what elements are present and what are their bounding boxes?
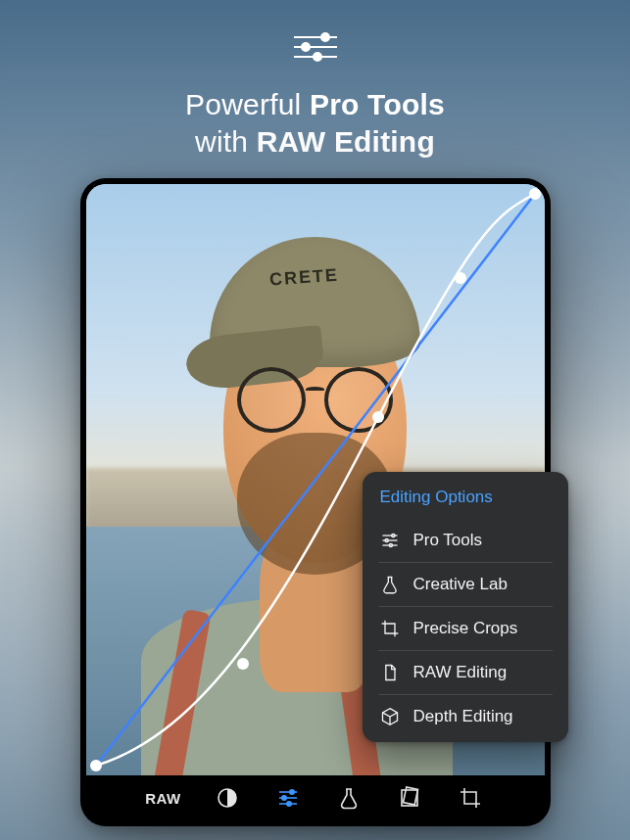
crop-icon bbox=[459, 786, 482, 810]
option-raw-editing[interactable]: RAW Editing bbox=[378, 650, 553, 694]
option-pro-tools[interactable]: Pro Tools bbox=[378, 519, 553, 562]
option-label: Creative Lab bbox=[413, 575, 508, 594]
sliders-icon bbox=[276, 786, 300, 810]
option-depth-editing[interactable]: Depth Editing bbox=[378, 694, 553, 738]
option-label: Precise Crops bbox=[413, 619, 518, 638]
editing-options-popover: Editing Options Pro Tools Creative Lab P… bbox=[363, 472, 568, 742]
headline-text: with bbox=[195, 125, 257, 158]
svg-point-9 bbox=[290, 790, 294, 794]
filters-button[interactable] bbox=[213, 783, 242, 813]
device-frame: CRETE RAW bbox=[80, 178, 551, 826]
headline: Powerful Pro Tools with RAW Editing bbox=[0, 86, 630, 160]
svg-point-13 bbox=[287, 802, 291, 806]
headline-bold: Pro Tools bbox=[310, 88, 445, 120]
curve-node[interactable] bbox=[372, 411, 384, 423]
curve-node[interactable] bbox=[237, 658, 249, 670]
svg-point-11 bbox=[282, 796, 286, 800]
option-label: Pro Tools bbox=[413, 531, 483, 550]
half-circle-icon bbox=[216, 786, 239, 810]
flask-icon bbox=[380, 575, 400, 594]
svg-point-3 bbox=[302, 43, 310, 51]
crop-button[interactable] bbox=[456, 783, 485, 813]
raw-label: RAW bbox=[145, 790, 181, 807]
transform-icon bbox=[398, 786, 421, 810]
svg-point-5 bbox=[314, 53, 321, 61]
flask-icon bbox=[337, 786, 361, 810]
option-precise-crops[interactable]: Precise Crops bbox=[378, 606, 553, 650]
marketing-header: Powerful Pro Tools with RAW Editing bbox=[0, 0, 630, 160]
option-label: RAW Editing bbox=[413, 663, 508, 682]
curve-node[interactable] bbox=[455, 272, 466, 284]
crop-icon bbox=[380, 619, 400, 638]
document-icon bbox=[380, 663, 400, 682]
option-label: Depth Editing bbox=[413, 707, 513, 726]
svg-point-1 bbox=[321, 33, 329, 41]
headline-bold: RAW Editing bbox=[257, 125, 435, 158]
adjust-sliders-button[interactable] bbox=[273, 783, 303, 813]
bottom-toolbar: RAW bbox=[86, 775, 545, 820]
sliders-icon bbox=[380, 531, 400, 550]
sliders-icon bbox=[288, 27, 343, 70]
curve-node[interactable] bbox=[90, 760, 102, 771]
raw-button[interactable]: RAW bbox=[145, 783, 181, 813]
popover-title: Editing Options bbox=[378, 484, 553, 519]
transform-button[interactable] bbox=[395, 783, 424, 813]
option-creative-lab[interactable]: Creative Lab bbox=[378, 562, 553, 606]
lab-button[interactable] bbox=[334, 783, 363, 813]
cube-icon bbox=[380, 707, 400, 726]
curve-node[interactable] bbox=[529, 188, 541, 200]
headline-text: Powerful bbox=[185, 88, 310, 120]
